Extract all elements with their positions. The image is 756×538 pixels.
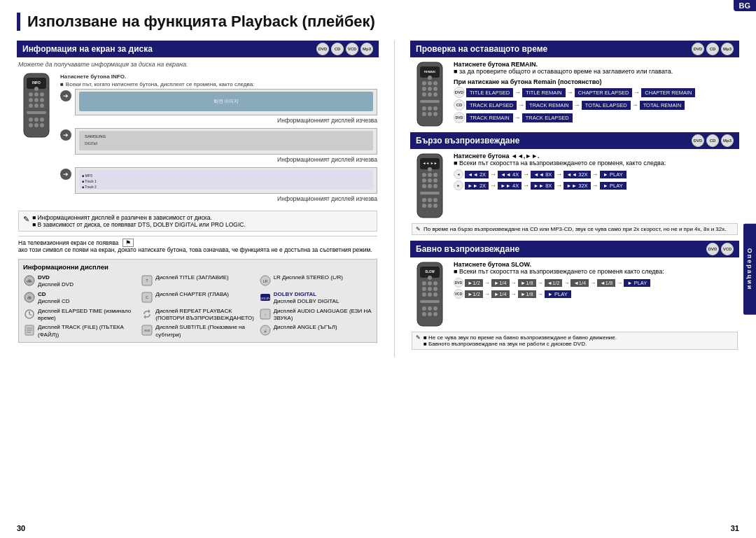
info-displays-title: Информационни дисплеи — [23, 263, 372, 271]
slow-a1-1: → — [484, 280, 490, 286]
remain-disc-icons: DVD CD Mp3 — [692, 43, 734, 55]
remain-body: REMAIN Натиснете бутона REMAIN. ■ за да … — [410, 61, 739, 129]
svg-point-71 — [433, 106, 438, 111]
svg-point-70 — [428, 106, 432, 111]
info-steps: Натиснете бутона INFO. ■Всеки път, когат… — [60, 72, 377, 206]
remote-svg: INFO — [18, 72, 55, 139]
svg-point-113 — [428, 312, 432, 316]
remain-cd-icon: CD — [706, 43, 719, 55]
step3-arrow: ➔ — [60, 169, 71, 180]
lr-svg: LR — [260, 275, 271, 286]
svg-point-13 — [29, 118, 33, 122]
svg-point-111 — [433, 306, 438, 311]
svg-point-81 — [428, 178, 432, 183]
spd-rew-8x: ◄◄ 8X — [531, 171, 554, 178]
slow-vcd-icon: VCD — [721, 243, 734, 255]
svg-point-94 — [433, 204, 438, 208]
chain1-arrow2: → — [567, 89, 573, 96]
svg-point-86 — [433, 184, 438, 188]
slow-a1-5: → — [590, 280, 596, 286]
elapsed-svg — [24, 309, 35, 320]
spd-fwd-arrow-3: → — [556, 182, 562, 189]
lr-icon: LR — [259, 274, 272, 287]
screen-box-2: SAMSUNG DIGITall — [75, 128, 377, 155]
screen-img-3: ■ MP3 ■ Track 1 ■ Track 2 — [79, 170, 373, 190]
chain1-item3: CHAPTER ELAPSED — [575, 88, 633, 97]
spd-arrow-2: → — [523, 171, 529, 178]
slow-a1-6: → — [617, 280, 622, 286]
spd-arrow-1: → — [490, 171, 496, 178]
fast-section-header: Бързо възпроизвеждане DVD CD Mp3 — [410, 132, 739, 149]
svg-point-93 — [428, 204, 432, 208]
chain2-arrow3: → — [632, 101, 638, 108]
svg-text:C: C — [146, 295, 149, 299]
step3-label: Информационният дисплей изчезва — [75, 195, 377, 202]
page-title: Използване на функцията Playback (плейбе… — [17, 13, 739, 31]
slow-dvd-icon: DVD — [706, 243, 719, 255]
fast-dvd-icon: DVD — [692, 134, 704, 147]
svg-point-63 — [422, 87, 426, 91]
operations-tab: Операции — [743, 223, 756, 315]
slow-desc: Натиснете бутона SLOW. ■ Всеки път скоро… — [454, 261, 664, 300]
svg-text:SLOW: SLOW — [425, 270, 435, 274]
svg-point-109 — [422, 306, 426, 311]
fast-remote: ◄◄ ►► — [412, 153, 448, 220]
slow-a1-3: → — [538, 280, 543, 286]
disp-lr-text: LR Дисплей STEREO (L/R) — [274, 274, 343, 281]
svg-point-15 — [40, 118, 44, 122]
chain1-item4: CHAPTER REMAIN — [641, 88, 695, 97]
disk-info-section-header: Информация на екран за диска DVD CD VCD … — [17, 41, 379, 57]
svg-point-78 — [428, 173, 432, 177]
slow-note-text: ■ Не се чува звук по време на бавно възп… — [424, 334, 617, 347]
fast-desc: Натиснете бутона ◄◄,►►. ■ Всеки път скор… — [454, 153, 666, 192]
fast-speed-row-2: ► ►► 2X → ►► 4X → ►► 8X → ►► 32X → ► PLA… — [454, 180, 666, 190]
spd-fwd-2x: ►► 2X — [465, 182, 489, 190]
svg-point-100 — [433, 281, 438, 285]
slow-note: ✎ ■ Не се чува звук по време на бавно въ… — [412, 332, 738, 350]
disp-chapter: C Дисплей CHAPTER (ГЛАВА) — [141, 291, 254, 306]
chain2-arrow1: → — [518, 101, 524, 108]
disp-repeat-text: Дисплей REPEAT PLAYBACK (ПОВТОРИ ВЪЗПРОИ… — [155, 308, 254, 323]
remain-chain-1: DVD TITLE ELAPSED → TITLE REMAIN → CHAPT… — [454, 87, 695, 98]
svg-point-84 — [433, 178, 438, 183]
disp-repeat: Дисплей REPEAT PLAYBACK (ПОВТОРИ ВЪЗПРОИ… — [141, 308, 254, 323]
fast-cd-icon: CD — [706, 134, 719, 147]
disp-track-file-text: Дисплей TRACK (FILE) (ПЪТЕКА (ФАЙЛ)) — [38, 324, 136, 339]
svg-text:SUB: SUB — [144, 329, 150, 332]
svg-point-92 — [422, 204, 426, 208]
remain-chain-3: DVD TRACK REMAIN → TRACK ELAPSED — [454, 112, 695, 123]
title-icon: T — [141, 274, 153, 287]
cd-icon: CD — [23, 291, 36, 304]
spd-arrow-4: → — [592, 171, 598, 178]
fast-note: ✎ По време на бързо възпроизвеждане на C… — [412, 223, 738, 235]
audio-lang-svg: ♪ — [260, 309, 271, 320]
svg-text:■ Track 2: ■ Track 2 — [82, 185, 97, 189]
info-bullet: ■Всеки път, когато натиснете бутона, дис… — [60, 81, 377, 87]
slow-s1-3: ►1/8 — [518, 279, 536, 287]
slow-bullet: ■ Всеки път скоростта на възпроизвеждане… — [454, 268, 664, 275]
note-text: ■ Информационният дисплей е различен в з… — [32, 214, 246, 228]
svg-point-69 — [422, 106, 426, 111]
svg-text:■ Track 1: ■ Track 1 — [82, 179, 97, 183]
disk-info-body: Можете да получавате информация за диска… — [17, 61, 379, 343]
cd-disc-icon: CD — [331, 43, 344, 55]
disp-dvd-label: DVD DVDДисплей DVD — [23, 274, 136, 289]
svg-point-99 — [422, 281, 426, 285]
svg-point-60 — [433, 81, 438, 85]
fast-body: ◄◄ ►► Натиснете бутона ◄◄,►►. ■ Всеки пъ… — [410, 153, 739, 235]
svg-point-62 — [428, 76, 432, 80]
disp-subtitle: SUB Дисплей SUBTITLE (Показване на субти… — [141, 324, 254, 339]
chapter-icon: C — [141, 291, 153, 304]
remote-control: INFO — [18, 72, 55, 140]
svg-point-112 — [422, 312, 426, 316]
svg-point-9 — [29, 104, 33, 108]
disp-dolby: DOLBY DOLBY DIGITALДисплей DOLBY DIGITAL — [259, 291, 372, 306]
chain3-item1: TRACK REMAIN — [466, 113, 513, 122]
screen-box-1: 화면 이미지 — [75, 89, 377, 115]
slow-a2-1: → — [484, 291, 490, 297]
col-divider — [394, 41, 395, 357]
svg-rect-12 — [27, 111, 46, 114]
title-svg: T — [141, 275, 153, 286]
disp-elapsed: Дисплей ELAPSED TIME (изминало време) — [23, 308, 136, 323]
angle-icon: ∠ — [259, 324, 272, 337]
